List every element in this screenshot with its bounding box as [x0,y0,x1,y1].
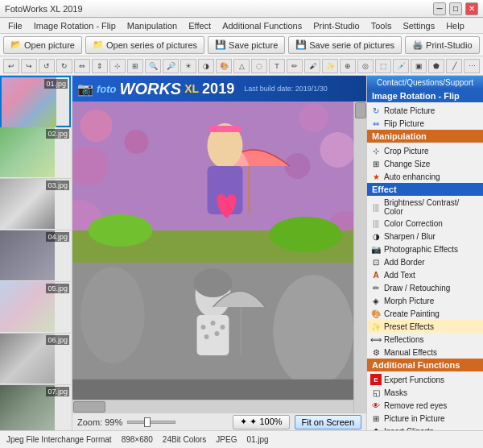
menu-manipulation[interactable]: Manipulation [122,19,182,32]
more-button[interactable]: ⋯ [464,59,480,73]
menu-help[interactable]: Help [441,19,469,32]
flip-picture-item[interactable]: ⇔ Flip Picture [367,117,483,130]
fit-on-screen-button[interactable]: Fit on Screen [295,415,361,429]
svg-point-17 [80,267,145,363]
thumbnail-04[interactable]: 04.jpg [0,230,71,282]
blur-button[interactable]: ◌ [251,59,267,73]
save-picture-button[interactable]: 💾 Save picture [208,36,285,54]
crop-button[interactable]: ⊹ [109,59,126,73]
menu-settings[interactable]: Settings [398,19,440,32]
resize-button[interactable]: ⊞ [127,59,143,73]
folder-open-icon: 📂 [10,39,22,50]
close-button[interactable]: ✕ [465,2,478,15]
clone-button[interactable]: ⊕ [340,59,356,73]
zoom-bar: Zoom: 99% ✦ ✦ 100% Fit on Screen [72,413,366,430]
logo-bar: 📷 fotoWORKS XL 2019 Last build date: 201… [72,76,366,102]
add-text-item[interactable]: A Add Text [367,268,483,281]
color-button[interactable]: 🎨 [216,59,232,73]
contact-button[interactable]: Contact/Questions/Support [367,76,483,89]
add-border-item[interactable]: ⊡ Add Border [367,255,483,268]
sharpen-blur-item[interactable]: ◑ Sharpen / Blur [367,230,483,243]
thumb-label-01: 01.jpg [44,79,68,89]
brightness-item[interactable]: ||| Brightness/ Contrast/ Color [367,197,483,217]
flip-v-button[interactable]: ⇕ [92,59,108,73]
color-image [72,102,353,263]
menu-effect[interactable]: Effect [184,19,216,32]
color-correction-item[interactable]: ||| Color Correction [367,217,483,230]
eyedropper-button[interactable]: 💉 [393,59,409,73]
menu-file[interactable]: File [3,19,27,32]
horizontal-scrollbar[interactable] [72,400,353,413]
expert-functions-item[interactable]: E Expert Functions [367,373,483,386]
save-serie-button[interactable]: 💾 Save serie of pictures [288,36,402,54]
vertical-scrollbar[interactable] [353,102,366,413]
rotate-left-button[interactable]: ↺ [39,59,55,73]
insert-cliparts-item[interactable]: ✿ Insert Cliparts [367,425,483,430]
thumbnail-05[interactable]: 05.jpg [0,282,71,334]
thumbnail-03[interactable]: 03.jpg [0,179,71,230]
manual-effects-item[interactable]: ⚙ Manual Effects [367,346,483,359]
contrast-button[interactable]: ◑ [198,59,214,73]
brightness-button[interactable]: ☀ [180,59,196,73]
thumbnail-06[interactable]: 06.jpg [0,334,71,385]
svg-point-25 [204,334,209,339]
remove-red-eyes-item[interactable]: 👁 Remove red eyes [367,399,483,412]
thumbnail-07[interactable]: 07.jpg [0,385,71,430]
folder-series-icon: 📁 [93,39,104,50]
crop-picture-item[interactable]: ⊹ Crop Picture [367,144,483,157]
resize-icon: ⊞ [370,158,382,169]
create-painting-item[interactable]: 🎨 Create Painting [367,307,483,320]
svg-point-2 [125,130,149,154]
zoom-slider[interactable] [127,421,175,424]
line-button[interactable]: ╱ [446,59,462,73]
zoom-out-button[interactable]: 🔎 [163,59,179,73]
masks-item[interactable]: ◱ Masks [367,386,483,399]
morph-picture-item[interactable]: ◈ Morph Picture [367,294,483,307]
red-eye-button[interactable]: ◎ [357,59,374,73]
open-picture-button[interactable]: 📂 Open picture [3,36,82,54]
minimize-button[interactable]: ─ [433,2,446,15]
thumbnail-01[interactable]: 01.jpg [0,76,71,127]
logo-works: WORKS [120,80,182,98]
menu-additional[interactable]: Additional Functions [217,19,307,32]
grayscale-image [72,263,353,400]
menu-image-rotation[interactable]: Image Rotation - Flip [29,19,121,32]
photographic-item[interactable]: 📷 Photographic Effects [367,243,483,255]
print-studio-button[interactable]: 🖨️ Print-Studio [405,36,479,54]
svg-rect-11 [209,126,242,132]
open-series-button[interactable]: 📁 Open series of pictures [85,36,204,54]
flip-h-button[interactable]: ⇔ [74,59,90,73]
shape-button[interactable]: ⬟ [428,59,444,73]
sharpen-button[interactable]: △ [233,59,250,73]
thumbnail-02[interactable]: 02.jpg [0,127,71,179]
redo-button[interactable]: ↪ [21,59,37,73]
select-button[interactable]: ⬚ [375,59,391,73]
menu-print-studio[interactable]: Print-Studio [308,19,364,32]
color-depth: 24Bit Colors [163,435,206,444]
preset-icon: ✨ [370,321,382,332]
menu-tools[interactable]: Tools [366,19,397,32]
gradient-button[interactable]: ▣ [411,59,427,73]
picture-in-picture-item[interactable]: ⊞ Picture in Picture [367,412,483,425]
zoom-handle[interactable] [144,417,151,427]
zoom-in-button[interactable]: 🔍 [145,59,161,73]
rotate-right-button[interactable]: ↻ [56,59,72,73]
brightness-icon: ||| [370,201,382,213]
text-icon: A [370,269,382,280]
change-size-item[interactable]: ⊞ Change Size [367,157,483,170]
manipulation-header: Manipulation [367,130,483,143]
zoom-100-button[interactable]: ✦ ✦ 100% [233,415,289,429]
paint-button[interactable]: 🖌 [304,59,320,73]
draw-retouching-item[interactable]: ✏ Draw / Retouching [367,281,483,294]
photographic-icon: 📷 [370,243,382,255]
undo-button[interactable]: ↩ [3,59,19,73]
reflections-item[interactable]: ⟺ Reflections [367,333,483,346]
maximize-button[interactable]: □ [449,2,462,15]
preset-effects-item[interactable]: ✨ Preset Effects [367,320,483,333]
draw-button[interactable]: ✏ [287,59,303,73]
effects-button[interactable]: ✨ [322,59,338,73]
auto-enhancing-item[interactable]: ★ Auto enhancing [367,170,483,183]
text-button[interactable]: T [269,59,285,73]
rotate-picture-item[interactable]: ↻ Rotate Picture [367,104,483,117]
thumb-label-05: 05.jpg [46,284,69,293]
